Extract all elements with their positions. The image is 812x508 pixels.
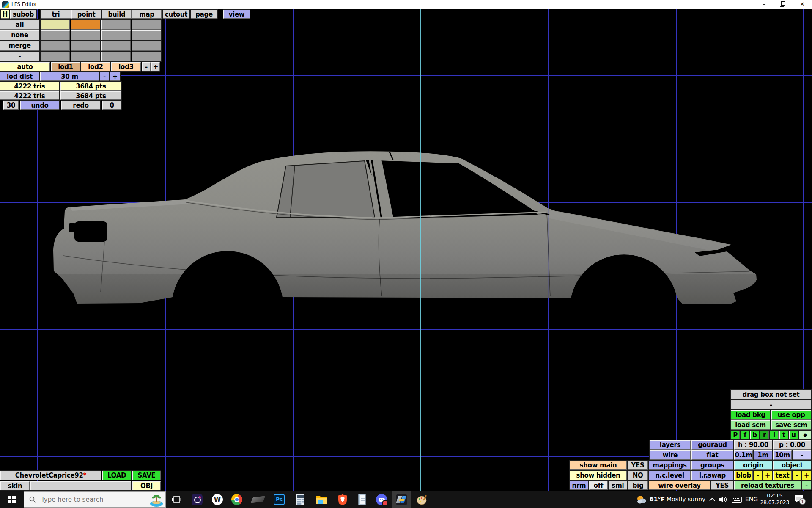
text-button[interactable]: text [773,471,792,480]
weather-temperature[interactable]: 61°F [650,496,665,502]
flat-button[interactable]: flat [691,450,733,460]
obj-button[interactable]: OBJ [132,481,161,490]
notification-center-button[interactable]: 1 [794,495,804,503]
subob-cell[interactable] [71,52,100,61]
nrm-big-button[interactable]: big [628,481,648,490]
subob-cell[interactable] [102,52,131,61]
blob-minus-button[interactable]: - [754,471,762,480]
skin-button[interactable]: skin [0,481,30,490]
skin-name-field[interactable] [30,481,131,490]
vehicle-name-button[interactable]: ChevroletCaprice92* [0,471,101,480]
grid-1m-button[interactable]: 1m [754,450,772,460]
grid-01m-button[interactable]: 0.1m [734,450,753,460]
object-button[interactable]: object [773,461,811,470]
nc-level-button[interactable]: n.c.level [649,471,691,480]
menu-point[interactable]: point [71,10,101,19]
menu-tri[interactable]: tri [41,10,71,19]
notepad-button[interactable] [353,491,371,508]
view-t-button[interactable]: t [779,431,788,439]
subob-cell[interactable] [132,41,161,51]
task-view-button[interactable] [167,491,186,508]
menu-h[interactable]: H [1,10,9,19]
wire-overlay-button[interactable]: wire overlay [649,481,710,490]
weather-condition[interactable]: Mostly sunny [667,496,705,502]
clock[interactable]: 02:15 28.07.2023 г. [760,492,790,508]
layers-button[interactable]: layers [650,440,691,450]
lod2-button[interactable]: lod2 [81,62,110,71]
show-hidden-value[interactable]: NO [628,471,648,480]
wire-button[interactable]: wire [650,450,691,460]
language-indicator[interactable]: ENG [745,496,758,502]
reload-minus-button[interactable]: - [802,481,811,490]
menu-map[interactable]: map [132,10,162,19]
calculator-button[interactable] [291,491,310,508]
tray-chevron-up-icon[interactable] [709,497,716,502]
view-b-button[interactable]: b [750,431,759,439]
subob-cell[interactable] [41,30,70,40]
search-input[interactable] [40,495,131,504]
menu-page[interactable]: page [191,10,217,19]
view-u-button[interactable]: u [789,431,798,439]
paint-button[interactable] [413,491,431,508]
chrome-button[interactable] [228,491,246,508]
select-none-button[interactable]: none [0,30,39,40]
undo-button[interactable]: undo [20,101,59,110]
menu-build[interactable]: build [102,10,132,19]
use-opp-button[interactable]: use opp [771,410,811,420]
restore-button[interactable] [775,0,789,9]
view-p-button[interactable]: P [731,431,740,439]
lod-auto-button[interactable]: auto [0,62,50,71]
show-main-value[interactable]: YES [628,461,648,470]
taskbar-search[interactable] [24,491,166,508]
view-f-button[interactable]: f [741,431,749,439]
load-bkg-button[interactable]: load bkg [731,410,770,420]
wire-overlay-value[interactable]: YES [711,481,733,490]
save-button[interactable]: SAVE [132,471,161,480]
subob-cell[interactable] [71,20,100,30]
save-scm-button[interactable]: save scm [771,420,811,430]
subob-cell[interactable] [71,41,100,51]
purple-ring-app-button[interactable] [188,491,206,508]
subob-cell[interactable] [102,20,131,30]
subob-cell[interactable] [132,20,161,30]
drag-box-dash-button[interactable]: - [731,400,811,409]
load-button[interactable]: LOAD [102,471,131,480]
groups-button[interactable]: groups [691,461,733,470]
subob-cell[interactable] [132,52,161,61]
file-explorer-button[interactable] [312,491,331,508]
lod-plus-button[interactable]: + [151,62,160,71]
discord-button[interactable] [372,491,391,508]
lod3-button[interactable]: lod3 [111,62,141,71]
subob-cell[interactable] [41,52,70,61]
subob-cell[interactable] [132,30,161,40]
grid-10m-button[interactable]: 10m [773,450,792,460]
photoshop-button[interactable]: Ps [270,491,288,508]
volume-icon[interactable] [719,496,728,503]
search-highlight-island-icon[interactable] [149,492,164,507]
brave-button[interactable] [333,491,352,508]
select-dash-button[interactable]: - [0,52,39,61]
redo-button[interactable]: redo [61,101,100,110]
select-all-button[interactable]: all [0,20,39,30]
show-hidden-button[interactable]: show hidden [570,471,627,480]
lfs-editor-taskbar-button[interactable] [392,491,411,508]
lr-swap-button[interactable]: l.r.swap [691,471,733,480]
subob-cell[interactable] [102,41,131,51]
close-button[interactable]: ✕ [795,0,809,9]
gouraud-button[interactable]: gouraud [691,440,733,450]
subob-cell[interactable] [71,30,100,40]
subob-cell[interactable] [41,20,70,30]
text-plus-button[interactable]: + [802,471,811,480]
select-merge-button[interactable]: merge [0,41,39,51]
lod-minus-button[interactable]: - [142,62,151,71]
laptop-button[interactable] [249,491,267,508]
touch-keyboard-icon[interactable] [732,497,742,503]
menu-subob[interactable]: subob [10,10,36,19]
view-r-button[interactable]: r [760,431,769,439]
lod1-button[interactable]: lod1 [51,62,80,71]
minimize-button[interactable]: – [757,0,771,9]
subob-cell[interactable] [41,41,70,51]
subob-cell[interactable] [102,30,131,40]
nrm-off-button[interactable]: off [589,481,608,490]
wattpad-button[interactable]: W [208,491,227,508]
